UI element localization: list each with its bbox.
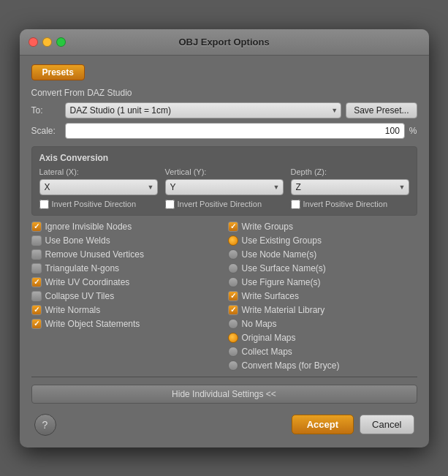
option-row-left-6: Write Normals xyxy=(31,305,221,315)
option-label-no_maps: No Maps xyxy=(242,319,277,329)
presets-button[interactable]: Presets xyxy=(31,64,85,80)
option-row-left-7: Write Object Statements xyxy=(31,319,221,329)
checkbox-empty-collapse_uv[interactable] xyxy=(31,291,42,301)
option-label-collapse_uv: Collapse UV Tiles xyxy=(45,291,115,301)
save-preset-button[interactable]: Save Preset... xyxy=(346,102,417,118)
scale-label: Scale: xyxy=(31,126,61,136)
radio-empty-use_figure_name[interactable] xyxy=(228,277,238,287)
checkbox-empty-triangulate[interactable] xyxy=(31,263,42,273)
hide-settings-button[interactable]: Hide Individual Settings << xyxy=(31,385,417,404)
option-label-original_maps: Original Maps xyxy=(242,333,296,343)
accept-button[interactable]: Accept xyxy=(292,415,354,434)
option-row-right-9: Collect Maps xyxy=(228,347,417,357)
option-label-use_node_name: Use Node Name(s) xyxy=(242,249,317,260)
title-bar: OBJ Export Options xyxy=(20,29,429,56)
option-label-write_normals: Write Normals xyxy=(45,305,101,315)
checkbox-checked-write_object[interactable] xyxy=(31,319,42,329)
axis-section: Axis Conversion Lateral (X): X ▼ Vertica… xyxy=(31,146,417,216)
traffic-lights xyxy=(29,37,66,47)
option-label-convert_maps: Convert Maps (for Bryce) xyxy=(242,360,340,371)
lateral-label: Lateral (X): xyxy=(39,167,158,176)
invert-depth-checkbox[interactable] xyxy=(291,200,300,209)
divider xyxy=(31,377,417,377)
vertical-label: Vertical (Y): xyxy=(165,167,284,176)
scale-row: Scale: % xyxy=(31,123,417,139)
convert-from-label: Convert From DAZ Studio xyxy=(31,88,417,98)
vertical-select-wrap: Y ▼ xyxy=(165,179,284,195)
option-row-right-7: No Maps xyxy=(228,319,417,329)
option-label-remove_unused: Remove Unused Vertices xyxy=(45,249,144,260)
vertical-select[interactable]: Y xyxy=(165,179,284,195)
options-area: Ignore Invisible NodesUse Bone WeldsRemo… xyxy=(31,222,417,371)
option-row-right-10: Convert Maps (for Bryce) xyxy=(228,360,417,371)
depth-select-wrap: Z ▼ xyxy=(291,179,409,195)
radio-empty-convert_maps[interactable] xyxy=(228,360,238,371)
options-right-col: Write GroupsUse Existing GroupsUse Node … xyxy=(228,222,417,371)
depth-select[interactable]: Z xyxy=(291,179,409,195)
preset-select-wrapper: DAZ Studio (1 unit = 1cm) ▼ xyxy=(65,102,342,118)
help-icon: ? xyxy=(42,419,48,431)
footer-buttons: Accept Cancel xyxy=(292,415,414,434)
depth-label: Depth (Z): xyxy=(291,167,409,176)
radio-empty-use_surface_name[interactable] xyxy=(228,263,238,273)
radio-selected-use_existing_groups[interactable] xyxy=(228,235,238,246)
invert-depth-label: Invert Positive Direction xyxy=(303,200,388,208)
checkbox-checked-ignore_invisible[interactable] xyxy=(31,222,42,232)
option-label-use_bone_welds: Use Bone Welds xyxy=(45,235,110,246)
main-window: OBJ Export Options Presets Convert From … xyxy=(20,29,429,447)
radio-empty-no_maps[interactable] xyxy=(228,319,238,329)
axis-selects-row: Lateral (X): X ▼ Vertical (Y): Y ▼ xyxy=(39,167,409,195)
radio-empty-collect_maps[interactable] xyxy=(228,347,238,357)
axis-title: Axis Conversion xyxy=(39,153,409,163)
preset-select[interactable]: DAZ Studio (1 unit = 1cm) xyxy=(65,102,342,118)
option-row-left-1: Use Bone Welds xyxy=(31,235,221,246)
checkbox-checked-write_groups[interactable] xyxy=(228,222,238,232)
maximize-button[interactable] xyxy=(56,37,66,47)
option-row-right-8: Original Maps xyxy=(228,333,417,343)
invert-lateral-checkbox[interactable] xyxy=(39,200,49,209)
invert-lateral-label: Invert Positive Direction xyxy=(52,200,137,208)
option-row-right-1: Use Existing Groups xyxy=(228,235,417,246)
option-row-left-5: Collapse UV Tiles xyxy=(31,291,221,301)
checkbox-checked-write_uv[interactable] xyxy=(31,277,42,287)
percent-label: % xyxy=(409,126,417,136)
invert-vertical-checkbox[interactable] xyxy=(165,200,175,209)
option-label-write_object: Write Object Statements xyxy=(45,319,140,329)
option-label-use_figure_name: Use Figure Name(s) xyxy=(242,277,321,287)
minimize-button[interactable] xyxy=(42,37,52,47)
option-row-right-2: Use Node Name(s) xyxy=(228,249,417,260)
option-row-right-6: Write Material Library xyxy=(228,305,417,315)
option-row-left-3: Triangulate N-gons xyxy=(31,263,221,273)
vertical-col: Vertical (Y): Y ▼ xyxy=(165,167,284,195)
invert-row: Invert Positive Direction Invert Positiv… xyxy=(39,200,409,209)
checkbox-empty-use_bone_welds[interactable] xyxy=(31,235,42,246)
option-row-right-3: Use Surface Name(s) xyxy=(228,263,417,273)
option-label-collect_maps: Collect Maps xyxy=(242,347,292,357)
option-row-left-0: Ignore Invisible Nodes xyxy=(31,222,221,232)
scale-input[interactable] xyxy=(65,123,405,139)
option-row-left-2: Remove Unused Vertices xyxy=(31,249,221,260)
radio-selected-original_maps[interactable] xyxy=(228,333,238,343)
checkbox-checked-write_normals[interactable] xyxy=(31,305,42,315)
option-row-right-4: Use Figure Name(s) xyxy=(228,277,417,287)
to-label: To: xyxy=(31,105,61,116)
help-button[interactable]: ? xyxy=(34,414,56,436)
radio-empty-use_node_name[interactable] xyxy=(228,249,238,260)
depth-col: Depth (Z): Z ▼ xyxy=(291,167,409,195)
option-label-ignore_invisible: Ignore Invisible Nodes xyxy=(45,222,132,232)
to-row: To: DAZ Studio (1 unit = 1cm) ▼ Save Pre… xyxy=(31,102,417,118)
invert-vertical-label: Invert Positive Direction xyxy=(178,200,262,208)
lateral-col: Lateral (X): X ▼ xyxy=(39,167,158,195)
option-label-write_uv: Write UV Coordinates xyxy=(45,277,130,287)
content-area: Presets Convert From DAZ Studio To: DAZ … xyxy=(20,56,429,447)
option-label-use_existing_groups: Use Existing Groups xyxy=(242,235,322,246)
footer: ? Accept Cancel xyxy=(31,414,417,436)
checkbox-checked-write_surfaces[interactable] xyxy=(228,291,238,301)
cancel-button[interactable]: Cancel xyxy=(360,415,414,434)
checkbox-checked-write_material_library[interactable] xyxy=(228,305,238,315)
lateral-select[interactable]: X xyxy=(39,179,158,195)
close-button[interactable] xyxy=(29,37,38,47)
checkbox-empty-remove_unused[interactable] xyxy=(31,249,42,260)
window-title: OBJ Export Options xyxy=(178,37,269,48)
lateral-select-wrap: X ▼ xyxy=(39,179,158,195)
